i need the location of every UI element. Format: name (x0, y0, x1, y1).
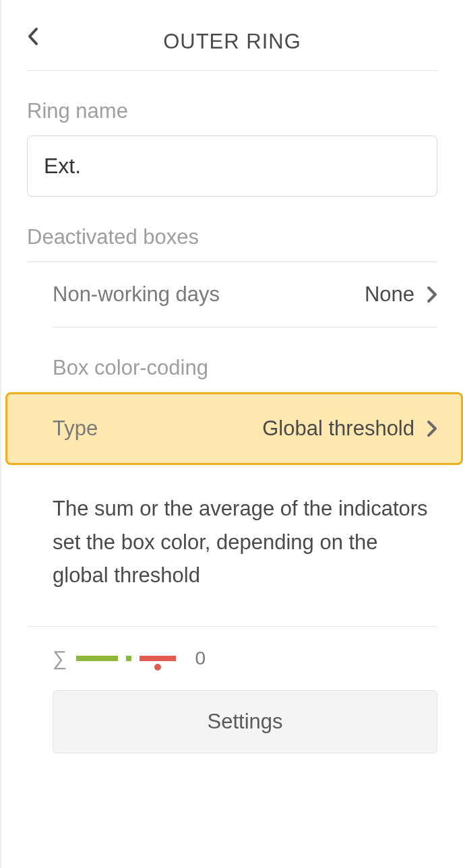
back-button[interactable] (27, 27, 39, 46)
chevron-right-icon (427, 420, 437, 437)
box-color-label: Box color-coding (53, 356, 437, 380)
non-working-days-label: Non-working days (53, 282, 365, 307)
divider (53, 327, 437, 328)
threshold-bar-red (140, 656, 176, 661)
threshold-value: 0 (195, 648, 206, 669)
page-title: OUTER RING (27, 20, 437, 66)
color-type-label: Type (53, 416, 262, 441)
threshold-bar-green (76, 656, 118, 661)
header: OUTER RING (27, 20, 437, 66)
sigma-icon: ∑ (53, 647, 67, 670)
color-type-value: Global threshold (262, 416, 414, 441)
settings-button[interactable]: Settings (53, 690, 437, 753)
non-working-days-value: None (365, 282, 414, 307)
chevron-right-icon (427, 286, 437, 303)
deactivated-label: Deactivated boxes (27, 225, 437, 249)
ring-name-label: Ring name (27, 99, 437, 123)
divider (27, 626, 437, 627)
color-type-row[interactable]: Type Global threshold (53, 392, 437, 465)
non-working-days-row[interactable]: Non-working days None (53, 262, 437, 327)
divider (27, 70, 437, 71)
threshold-indicator: ∑ 0 (53, 647, 437, 670)
ring-name-input[interactable] (27, 135, 437, 197)
color-description: The sum or the average of the indicators… (53, 492, 437, 592)
chevron-left-icon (27, 27, 39, 46)
threshold-bar-green-tick (126, 656, 131, 661)
